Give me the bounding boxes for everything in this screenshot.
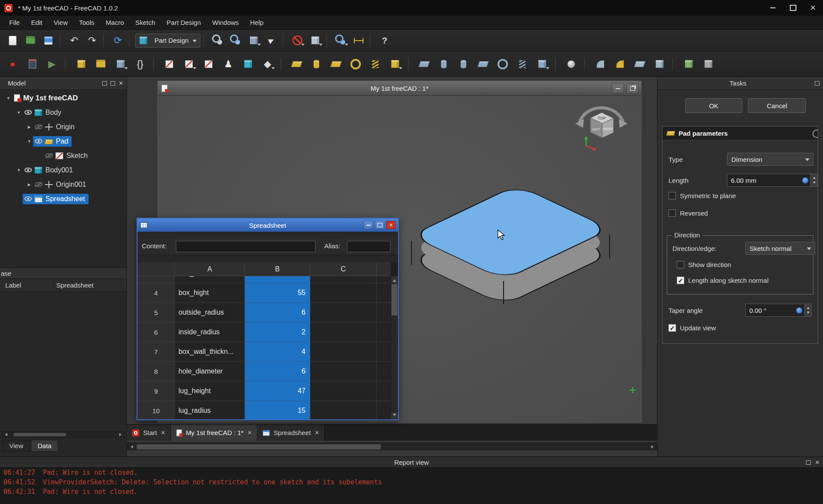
expression-editor-button[interactable]: {} — [132, 56, 148, 72]
row-header[interactable]: 8 — [137, 362, 175, 381]
cell-a[interactable]: box_wall_thickn... — [175, 342, 245, 362]
undo-button[interactable]: ↶ — [66, 32, 82, 49]
cell-b[interactable]: 6 — [245, 303, 310, 322]
spin-down-icon[interactable] — [811, 180, 817, 186]
row-header[interactable]: 6 — [137, 322, 175, 342]
cell-a[interactable]: lug_height — [175, 381, 245, 401]
cell-c[interactable] — [310, 322, 377, 342]
groove-button[interactable] — [455, 56, 472, 72]
zoom-tools-button[interactable] — [333, 32, 349, 49]
open-document-button[interactable] — [22, 32, 39, 49]
boolean-operation-button[interactable] — [563, 56, 580, 72]
report-log[interactable]: 06:41:27 Pad: Wire is not closed. 06:41:… — [3, 468, 823, 504]
show-direction-checkbox[interactable] — [677, 261, 684, 268]
scrollbar-thumb[interactable] — [14, 433, 66, 436]
row-header[interactable]: 4 — [137, 283, 175, 303]
scrollbar-thumb[interactable] — [137, 444, 381, 449]
cell-a[interactable]: outside_radius — [175, 303, 245, 322]
cell-extra[interactable] — [377, 276, 391, 283]
menu-item[interactable]: Edit — [25, 16, 48, 29]
macro-execute-button[interactable]: ▶ — [44, 56, 60, 72]
content-input[interactable] — [176, 241, 315, 252]
create-body-button[interactable] — [73, 56, 89, 72]
spin-down-icon[interactable] — [805, 310, 811, 316]
expander-icon[interactable] — [15, 168, 23, 172]
row-header[interactable]: 7 — [137, 342, 175, 362]
cell-b[interactable]: 6 — [245, 362, 310, 381]
spin-up-icon[interactable] — [805, 304, 811, 310]
expander-icon[interactable] — [25, 125, 33, 129]
direction-edge-dropdown[interactable]: Sketch normal — [745, 242, 815, 255]
cell-b[interactable]: 4 — [245, 342, 310, 362]
tab-close-icon[interactable]: × — [161, 429, 165, 436]
additive-primitive-button[interactable] — [387, 56, 403, 72]
cell-b[interactable]: 15 — [245, 401, 310, 419]
child-minimize-button[interactable] — [612, 83, 624, 93]
close-button[interactable]: × — [803, 0, 823, 16]
menu-item[interactable]: Macro — [100, 16, 130, 29]
tab-data[interactable]: Data — [31, 440, 58, 452]
row-header[interactable]: 9 — [137, 381, 175, 401]
fit-all-button[interactable] — [209, 32, 226, 49]
link-navigation-button[interactable] — [263, 32, 280, 49]
cell-extra[interactable] — [377, 322, 391, 342]
thickness-button[interactable] — [651, 56, 668, 72]
doc-tab-document[interactable]: My 1st freeCAD : 1* × — [171, 425, 257, 441]
panel-options-icon[interactable] — [813, 130, 818, 138]
redo-button[interactable]: ↷ — [84, 32, 100, 49]
edit-sketch-button[interactable] — [200, 56, 217, 72]
cell-c[interactable] — [310, 362, 377, 381]
cell-c[interactable] — [310, 401, 377, 419]
minimize-button[interactable] — [763, 0, 783, 16]
cell-b[interactable]: 55 — [245, 283, 310, 303]
taper-angle-spinbox[interactable]: 0.00 ° — [745, 304, 812, 317]
length-spinbox[interactable]: 6.00 mm — [727, 174, 818, 187]
row-header[interactable]: 10 — [137, 401, 175, 419]
macro-edit-button[interactable] — [24, 56, 41, 72]
report-float-icon[interactable] — [806, 460, 811, 465]
dock-float-icon[interactable] — [815, 81, 820, 86]
shape-binder-button[interactable] — [240, 56, 256, 72]
workbench-selector[interactable]: Part Design — [135, 34, 200, 48]
expander-icon[interactable] — [4, 96, 12, 100]
tree-item-spreadsheet[interactable]: Spreadsheet — [0, 192, 127, 206]
cell-a[interactable]: box_width — [175, 276, 245, 283]
subtractive-loft-button[interactable] — [475, 56, 491, 72]
subtractive-primitive-button[interactable] — [534, 56, 550, 72]
cell-extra[interactable] — [377, 342, 391, 362]
cell-c[interactable] — [310, 342, 377, 362]
scroll-left-icon[interactable] — [2, 432, 8, 437]
fillet-button[interactable] — [592, 56, 609, 72]
create-group-button[interactable] — [93, 56, 109, 72]
update-view-checkbox[interactable] — [669, 324, 676, 332]
row-header[interactable]: 3 — [137, 276, 175, 283]
menu-item[interactable]: Sketch — [130, 16, 161, 29]
ok-button[interactable]: OK — [685, 98, 742, 113]
expression-binding-icon[interactable] — [796, 307, 802, 314]
menu-item[interactable]: Windows — [206, 16, 244, 29]
draft-button[interactable] — [631, 56, 648, 72]
spin-up-icon[interactable] — [811, 174, 817, 180]
linear-pattern-button[interactable] — [700, 56, 717, 72]
tree-item-origin001[interactable]: Origin001 — [0, 177, 127, 192]
column-header[interactable]: B — [245, 262, 310, 276]
cell-b[interactable]: 2 — [245, 322, 310, 342]
menu-item[interactable]: Help — [244, 16, 269, 29]
symmetric-checkbox[interactable] — [669, 192, 676, 199]
cell-c[interactable] — [310, 381, 377, 401]
sheet-vscrollbar[interactable] — [391, 276, 398, 419]
tree-item-sketch[interactable]: Sketch — [0, 148, 127, 163]
cell-extra[interactable] — [377, 283, 391, 303]
child-restore-button[interactable] — [626, 83, 638, 93]
cell-extra[interactable] — [377, 401, 391, 419]
subtractive-helix-button[interactable] — [514, 56, 531, 72]
save-button[interactable] — [40, 32, 57, 49]
column-header[interactable]: C — [310, 262, 377, 276]
cell-a[interactable]: lug_radius — [175, 401, 245, 419]
spreadsheet-titlebar[interactable]: Spreadsheet × — [137, 219, 398, 232]
additive-loft-button[interactable] — [328, 56, 344, 72]
additive-pipe-button[interactable] — [347, 56, 364, 72]
menu-item[interactable]: Tools — [73, 16, 100, 29]
new-document-button[interactable] — [4, 32, 21, 49]
reversed-checkbox[interactable] — [669, 209, 676, 217]
